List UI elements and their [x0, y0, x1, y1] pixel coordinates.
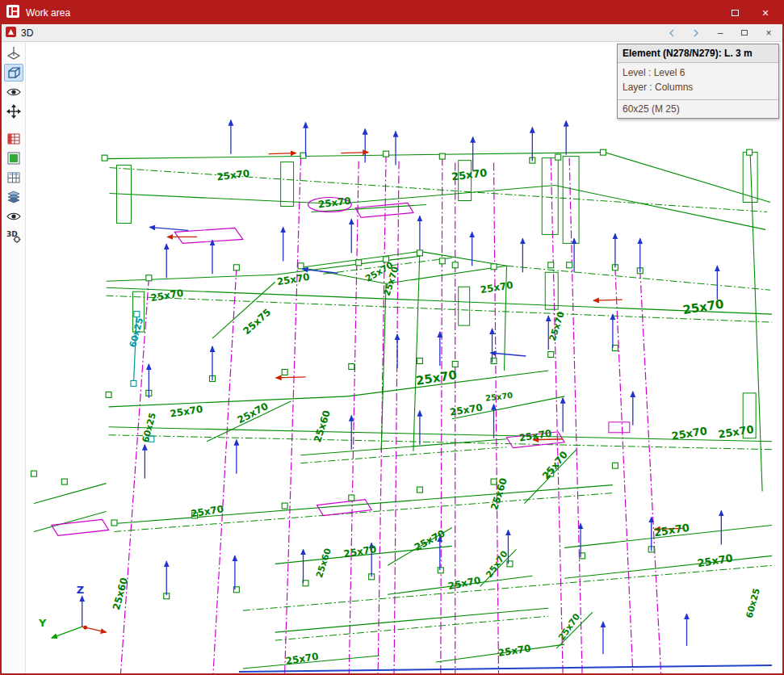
svg-text:25x70: 25x70	[170, 404, 204, 420]
pan-icon	[6, 103, 22, 119]
plane-view-icon	[6, 45, 22, 61]
svg-text:Y: Y	[38, 617, 47, 629]
svg-text:60x25: 60x25	[128, 317, 145, 349]
svg-text:25x75: 25x75	[241, 306, 273, 337]
view-3d-icon	[6, 26, 16, 40]
chevron-right-icon	[692, 29, 700, 37]
prev-view-button[interactable]	[662, 26, 681, 40]
titlebar: Work area ×	[2, 2, 782, 24]
svg-text:25x70: 25x70	[697, 552, 734, 570]
eye-icon	[6, 208, 22, 224]
svg-text:25x70: 25x70	[480, 279, 514, 296]
svg-text:25x60: 25x60	[314, 547, 333, 579]
tool-3d-settings[interactable]: 3D	[4, 227, 23, 245]
loads-table-icon	[6, 131, 22, 147]
tool-display-options[interactable]	[4, 208, 23, 225]
tooltip-level-row: Level : Level 6	[618, 65, 778, 80]
svg-text:25x70: 25x70	[681, 296, 724, 317]
tool-plane-view[interactable]	[4, 44, 23, 62]
tool-3d-view[interactable]	[4, 64, 23, 82]
svg-text:25x70: 25x70	[484, 391, 513, 403]
app-logo-icon	[6, 5, 19, 21]
svg-text:25x60: 25x60	[312, 409, 333, 443]
3d-settings-gear-icon: 3D	[6, 228, 22, 244]
chevron-left-icon	[668, 29, 676, 37]
child-restore-button[interactable]	[735, 26, 754, 40]
work-area-window: Work area × 3D – ×	[0, 0, 784, 675]
svg-text:25x70: 25x70	[518, 427, 553, 443]
svg-text:25x70: 25x70	[447, 575, 482, 593]
svg-text:25x70: 25x70	[449, 402, 484, 418]
svg-text:25x70: 25x70	[547, 310, 567, 342]
svg-text:Z: Z	[77, 584, 84, 596]
child-minimize-button[interactable]: –	[711, 26, 730, 40]
window-title: Work area	[26, 7, 70, 19]
results-icon	[6, 150, 22, 166]
svg-text:25x70: 25x70	[285, 651, 320, 667]
3d-viewport: 25x7025x7025x7025x7025x7025x7025x7025x70…	[26, 42, 782, 673]
tool-results-view[interactable]	[4, 149, 23, 167]
svg-text:25x60: 25x60	[111, 576, 130, 611]
next-view-button[interactable]	[686, 26, 706, 40]
svg-text:25x70: 25x70	[236, 400, 270, 426]
svg-text:60x25: 60x25	[744, 587, 762, 619]
main-area: 3D	[2, 42, 782, 673]
close-button[interactable]: ×	[753, 4, 778, 22]
svg-text:25x70: 25x70	[556, 611, 582, 643]
svg-text:25x70: 25x70	[415, 367, 458, 388]
maximize-button[interactable]	[723, 4, 747, 22]
cube-3d-icon	[6, 65, 22, 81]
tool-visibility[interactable]	[4, 83, 23, 101]
maximize-icon	[732, 10, 739, 16]
svg-text:25x70: 25x70	[216, 168, 250, 183]
svg-text:25x70: 25x70	[497, 643, 532, 659]
table-icon	[6, 170, 22, 186]
tool-pan[interactable]	[4, 103, 23, 120]
tool-loads-table[interactable]	[4, 130, 23, 148]
layers-icon	[6, 189, 22, 205]
tool-data-table[interactable]	[4, 169, 23, 187]
tooltip-layer-row: Layer : Columns	[618, 80, 778, 94]
3d-viewport-canvas[interactable]: 25x7025x7025x7025x7025x7025x7025x7025x70…	[26, 42, 782, 673]
svg-text:25x70: 25x70	[190, 503, 224, 519]
tooltip-section-row: 60x25 (M 25)	[618, 99, 778, 118]
svg-text:25x70: 25x70	[484, 548, 509, 580]
element-tooltip: Element (N278/N279): L. 3 m Level : Leve…	[617, 44, 779, 119]
child-window-title: 3D	[21, 27, 33, 39]
child-window-bar: 3D – ×	[2, 24, 782, 42]
restore-icon	[741, 30, 748, 36]
svg-text:25x70: 25x70	[413, 527, 447, 553]
tooltip-title: Element (N278/N279): L. 3 m	[618, 44, 778, 63]
eye-icon	[6, 84, 22, 100]
tool-layers[interactable]	[4, 188, 23, 206]
child-close-button[interactable]: ×	[759, 26, 778, 40]
svg-text:25x70: 25x70	[451, 166, 488, 182]
svg-text:25x70: 25x70	[540, 449, 570, 481]
view-toolbar: 3D	[2, 42, 26, 673]
